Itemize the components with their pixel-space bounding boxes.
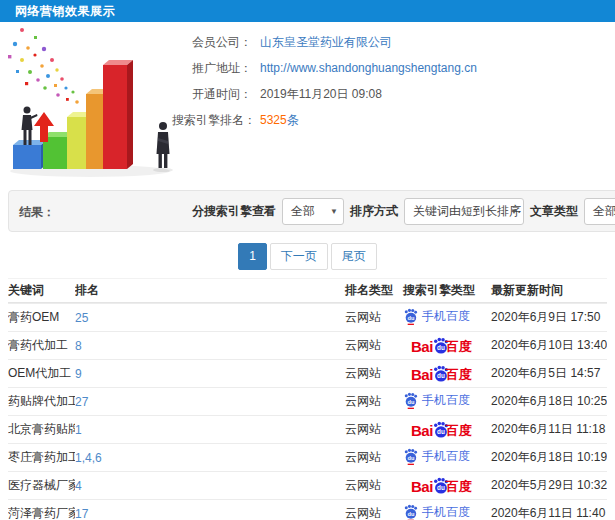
updated-cell: 2020年6月10日 13:40 — [483, 337, 607, 354]
rank-cell: 17 — [75, 507, 337, 520]
rank-type-cell: 云网站 — [337, 449, 395, 466]
header-rank-type: 排名类型 — [337, 282, 395, 299]
rank-link[interactable]: 1,4,6 — [75, 451, 102, 465]
article-type-label: 文章类型 — [530, 203, 578, 220]
company-label: 会员公司： — [172, 34, 252, 51]
svg-text:du: du — [437, 372, 445, 379]
info-row-url: 推广地址： http://www.shandonghuangshengtang.… — [172, 60, 477, 76]
rank-link[interactable]: 27 — [75, 395, 88, 409]
rank-link[interactable]: 9 — [75, 367, 82, 381]
page-1-button[interactable]: 1 — [238, 243, 267, 270]
rank-link[interactable]: 4 — [75, 479, 82, 493]
info-section: 会员公司： 山东皇圣堂药业有限公司 推广地址： http://www.shand… — [0, 22, 615, 190]
rank-link[interactable]: 1 — [75, 423, 82, 437]
confetti-decoration — [8, 28, 79, 104]
svg-text:du: du — [437, 428, 445, 435]
baidu-logo-cn: 百度 — [446, 340, 472, 354]
table-row: OEM代加工9云网站Baidu百度2020年6月5日 14:57 — [8, 359, 607, 387]
rank-link[interactable]: 8 — [75, 339, 82, 353]
header-updated: 最新更新时间 — [483, 282, 607, 299]
baidu-paw-icon: du — [403, 308, 418, 325]
svg-text:du: du — [408, 510, 415, 516]
baidu-logo: Baidu百度 — [411, 337, 472, 354]
result-label: 结果： — [19, 204, 55, 221]
keyword-cell: 北京膏药贴牌 — [8, 421, 75, 438]
header-keyword: 关键词 — [8, 282, 75, 299]
rank-type-cell: 云网站 — [337, 505, 395, 520]
header-rank: 排名 — [75, 282, 337, 299]
mobile-baidu-label: 手机百度 — [422, 392, 470, 409]
updated-cell: 2020年6月11日 11:40 — [483, 505, 607, 520]
sort-select[interactable]: 关键词由短到长排序 ▼ — [404, 198, 524, 225]
table-row: 膏药代加工8云网站Baidu百度2020年6月10日 13:40 — [8, 331, 607, 359]
rank-count-unit-link[interactable]: 条 — [287, 113, 299, 127]
rank-type-cell: 云网站 — [337, 477, 395, 494]
engine-cell: Baidu百度 — [395, 477, 483, 495]
mobile-baidu-logo: du手机百度 — [403, 308, 470, 325]
rank-type-cell: 云网站 — [337, 421, 395, 438]
open-time-label: 开通时间： — [172, 86, 252, 103]
mobile-baidu-label: 手机百度 — [422, 448, 470, 465]
baidu-logo-bai: Bai — [411, 367, 433, 382]
engine-cell: Baidu百度 — [395, 421, 483, 439]
table-row: 菏泽膏药厂家17云网站du手机百度2020年6月11日 11:40 — [8, 499, 607, 520]
updated-cell: 2020年6月11日 11:18 — [483, 421, 607, 438]
info-row-company: 会员公司： 山东皇圣堂药业有限公司 — [172, 34, 477, 50]
sort-filter-label: 排序方式 — [350, 203, 398, 220]
baidu-logo-cn: 百度 — [446, 480, 472, 494]
baidu-paw-icon: du — [403, 504, 418, 520]
rank-link[interactable]: 25 — [75, 311, 88, 325]
pagination: 1 下一页 尾页 — [0, 243, 615, 270]
keyword-cell: 膏药代加工 — [8, 337, 75, 354]
promo-url-label: 推广地址： — [172, 60, 252, 77]
chevron-down-icon: ▼ — [330, 199, 338, 224]
company-link[interactable]: 山东皇圣堂药业有限公司 — [260, 34, 392, 51]
header-engine-type: 搜索引擎类型 — [395, 282, 483, 299]
svg-text:du: du — [437, 344, 445, 351]
mobile-baidu-label: 手机百度 — [422, 504, 470, 520]
rank-link[interactable]: 17 — [75, 507, 88, 520]
keyword-cell: OEM代加工 — [8, 365, 75, 382]
updated-cell: 2020年5月29日 10:32 — [483, 477, 607, 494]
rank-cell: 4 — [75, 479, 337, 493]
rank-type-cell: 云网站 — [337, 337, 395, 354]
keyword-cell: 枣庄膏药加工 — [8, 449, 75, 466]
svg-text:du: du — [408, 398, 415, 404]
updated-cell: 2020年6月18日 10:19 — [483, 449, 607, 466]
rank-count-number: 5325 — [260, 113, 287, 127]
table-row: 医疗器械厂家4云网站Baidu百度2020年5月29日 10:32 — [8, 471, 607, 499]
chevron-down-icon: ▼ — [510, 199, 518, 224]
info-row-rank-count: 搜索引擎排名： 5325条 — [172, 112, 477, 128]
baidu-logo: Baidu百度 — [411, 477, 472, 494]
article-type-select[interactable]: 全部 ▼ — [584, 198, 615, 225]
results-table: 关键词 排名 排名类型 搜索引擎类型 最新更新时间 膏药OEM25云网站du手机… — [8, 278, 607, 520]
baidu-logo: Baidu百度 — [411, 421, 472, 438]
promo-url-link[interactable]: http://www.shandonghuangshengtang.cn — [260, 61, 477, 75]
engine-cell: du手机百度 — [395, 392, 483, 412]
open-time-value: 2019年11月20日 09:08 — [260, 86, 382, 103]
rank-cell: 8 — [75, 339, 337, 353]
engine-cell: Baidu百度 — [395, 365, 483, 383]
rank-count-label: 搜索引擎排名： — [172, 112, 252, 129]
last-page-button[interactable]: 尾页 — [331, 243, 377, 270]
rank-cell: 25 — [75, 311, 337, 325]
engine-cell: du手机百度 — [395, 308, 483, 328]
updated-cell: 2020年6月9日 17:50 — [483, 309, 607, 326]
baidu-logo-bai: Bai — [411, 423, 433, 438]
rank-cell: 1 — [75, 423, 337, 437]
page-title: 网络营销效果展示 — [15, 4, 115, 18]
table-row: 药贴牌代加工27云网站du手机百度2020年6月18日 10:25 — [8, 387, 607, 415]
engine-cell: du手机百度 — [395, 448, 483, 468]
svg-text:du: du — [408, 454, 415, 460]
engine-select[interactable]: 全部 ▼ — [282, 198, 344, 225]
hero-graphic — [0, 22, 185, 182]
table-body: 膏药OEM25云网站du手机百度2020年6月9日 17:50膏药代加工8云网站… — [8, 303, 607, 520]
next-page-button[interactable]: 下一页 — [270, 243, 328, 270]
businessman-right-decoration — [153, 122, 173, 172]
mobile-baidu-logo: du手机百度 — [403, 504, 470, 520]
keyword-cell: 医疗器械厂家 — [8, 477, 75, 494]
table-header-row: 关键词 排名 排名类型 搜索引擎类型 最新更新时间 — [8, 278, 607, 303]
svg-text:du: du — [437, 484, 445, 491]
company-info: 会员公司： 山东皇圣堂药业有限公司 推广地址： http://www.shand… — [172, 34, 477, 138]
keyword-cell: 菏泽膏药厂家 — [8, 505, 75, 520]
